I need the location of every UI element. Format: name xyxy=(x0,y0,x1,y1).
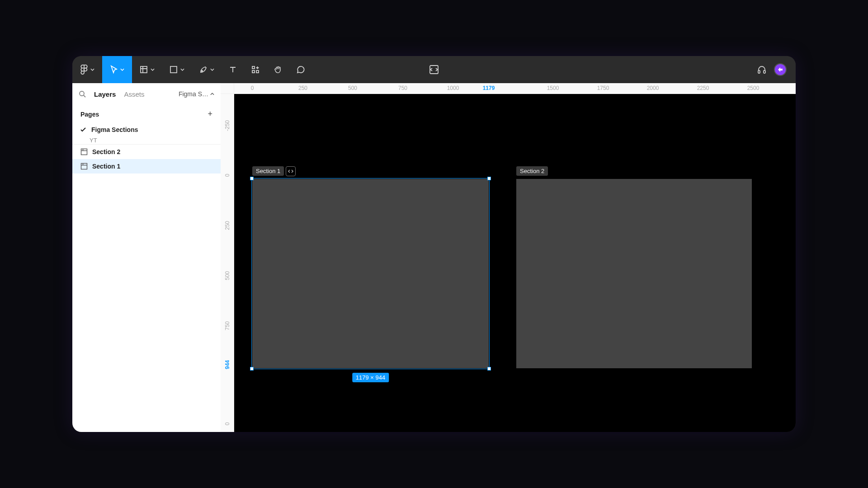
search-icon[interactable] xyxy=(79,90,86,98)
svg-rect-7 xyxy=(252,70,255,73)
text-tool[interactable] xyxy=(222,56,244,83)
ruler-tick: -250 xyxy=(224,120,231,131)
comment-icon xyxy=(296,65,305,74)
tab-layers[interactable]: Layers xyxy=(94,90,116,98)
ruler-tick: 0 xyxy=(224,422,231,426)
left-panel: Layers Assets Figma S… Pages + Figma Sec… xyxy=(72,83,221,432)
ruler-tick: 250 xyxy=(224,221,231,230)
section-icon xyxy=(80,163,88,170)
chevron-up-icon xyxy=(210,93,214,95)
move-tool[interactable] xyxy=(102,56,132,83)
selection-dimensions: 1179 × 944 xyxy=(352,373,389,382)
ruler-tick: 1500 xyxy=(547,85,559,91)
section-1-label[interactable]: Section 1 xyxy=(252,166,284,176)
layer-row-section-2[interactable]: Section 2 xyxy=(72,145,221,159)
horizontal-ruler[interactable]: 02505007501000117915001750200022502500 xyxy=(234,83,796,94)
vertical-ruler[interactable]: -25002505007509440 xyxy=(221,94,234,432)
pages-title: Pages xyxy=(80,111,99,118)
pen-icon xyxy=(199,65,208,74)
svg-rect-17 xyxy=(81,164,87,169)
layer-name: Section 2 xyxy=(92,148,120,155)
svg-rect-6 xyxy=(252,66,255,69)
file-name-dropdown[interactable]: Figma S… xyxy=(179,90,214,98)
chevron-down-icon xyxy=(120,68,124,71)
toolbar xyxy=(72,56,796,83)
dev-mode-icon xyxy=(429,65,439,75)
ruler-tick: 0 xyxy=(224,174,231,177)
ruler-tick: 2000 xyxy=(647,85,659,91)
ruler-tick: 500 xyxy=(224,271,231,280)
canvas[interactable]: Section 2 Section 1 1179 × 944 xyxy=(234,94,796,432)
ruler-tick: 944 xyxy=(224,360,231,369)
text-icon xyxy=(228,65,237,74)
ruler-tick: 0 xyxy=(251,85,254,91)
ruler-tick: 500 xyxy=(348,85,357,91)
section-2-frame[interactable]: Section 2 xyxy=(516,179,752,368)
section-dev-status-icon[interactable] xyxy=(286,166,296,176)
ruler-tick: 2250 xyxy=(697,85,709,91)
cursor-icon xyxy=(110,65,118,74)
ruler-tick: 750 xyxy=(398,85,407,91)
svg-rect-11 xyxy=(764,70,765,73)
hand-tool[interactable] xyxy=(267,56,289,83)
ruler-tick: 1000 xyxy=(447,85,459,91)
page-row[interactable]: Figma Sections xyxy=(72,123,221,136)
svg-point-5 xyxy=(202,70,203,71)
chevron-down-icon xyxy=(210,68,214,71)
section-icon xyxy=(80,148,88,155)
rectangle-icon xyxy=(169,65,178,74)
chevron-down-icon xyxy=(151,68,155,71)
pen-tool[interactable] xyxy=(192,56,222,83)
svg-rect-4 xyxy=(170,66,177,73)
tab-assets[interactable]: Assets xyxy=(124,90,144,98)
ruler-tick: 750 xyxy=(224,321,231,330)
layer-name: Section 1 xyxy=(92,163,120,170)
frame-tool[interactable] xyxy=(132,56,162,83)
chevron-down-icon xyxy=(90,68,94,71)
svg-rect-8 xyxy=(256,70,259,73)
resources-icon xyxy=(251,65,260,74)
hand-icon xyxy=(274,65,283,74)
layer-row-section-1[interactable]: Section 1 xyxy=(72,159,221,174)
app-window: Layers Assets Figma S… Pages + Figma Sec… xyxy=(72,56,796,432)
page-row-truncated[interactable]: YT xyxy=(72,136,221,142)
chevron-down-icon xyxy=(180,68,184,71)
page-name: Figma Sections xyxy=(91,126,138,133)
pages-header: Pages + xyxy=(72,105,221,123)
section-2-label[interactable]: Section 2 xyxy=(516,166,548,176)
panel-tabs: Layers Assets Figma S… xyxy=(72,83,221,105)
ruler-tick: 2500 xyxy=(747,85,760,91)
dev-mode-toggle[interactable] xyxy=(429,65,439,75)
svg-rect-9 xyxy=(430,66,438,74)
add-page-button[interactable]: + xyxy=(208,109,212,119)
headphones-icon[interactable] xyxy=(757,65,767,75)
shape-tool[interactable] xyxy=(162,56,192,83)
frame-icon xyxy=(139,65,148,74)
user-avatar[interactable] xyxy=(774,63,787,76)
main-menu-button[interactable] xyxy=(72,56,102,83)
ruler-tick: 250 xyxy=(298,85,307,91)
check-icon xyxy=(80,127,87,132)
ruler-tick: 1750 xyxy=(597,85,609,91)
svg-rect-14 xyxy=(81,149,87,155)
comment-tool[interactable] xyxy=(289,56,312,83)
svg-point-12 xyxy=(80,91,84,96)
ruler-corner xyxy=(221,83,234,94)
file-name-text: Figma S… xyxy=(179,90,208,98)
svg-rect-1 xyxy=(141,66,147,73)
svg-line-13 xyxy=(84,95,85,97)
ruler-tick: 1179 xyxy=(483,85,495,91)
resources-tool[interactable] xyxy=(244,56,267,83)
section-1-frame[interactable]: Section 1 xyxy=(252,179,489,368)
svg-rect-10 xyxy=(758,70,760,73)
figma-logo-icon xyxy=(80,65,88,75)
